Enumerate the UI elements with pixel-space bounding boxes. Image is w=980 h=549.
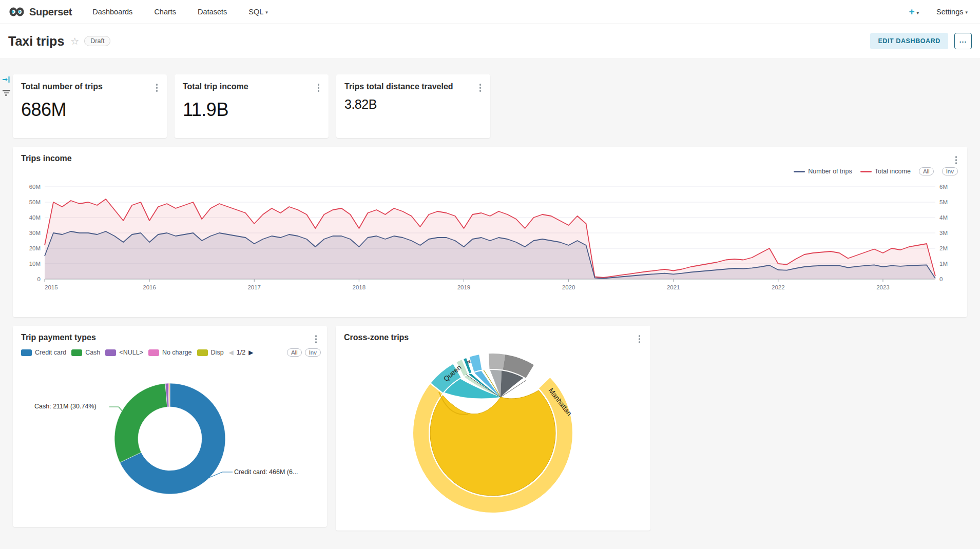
chart-legend: Number of trips Total income All Inv: [794, 167, 958, 175]
legend-swatch: [860, 171, 872, 172]
cross-zone-panel: Cross-zone trips Que: [336, 326, 650, 531]
svg-text:2M: 2M: [939, 245, 948, 251]
legend-item-credit-card[interactable]: Credit card: [21, 349, 66, 356]
kebab-menu-icon[interactable]: [154, 82, 160, 94]
new-item-button[interactable]: +▾: [909, 6, 919, 17]
filter-bar-collapsed: [0, 58, 12, 549]
expand-filter-bar-icon[interactable]: [2, 76, 10, 83]
svg-text:2019: 2019: [457, 284, 471, 290]
legend-item-null[interactable]: <NULL>: [105, 349, 143, 356]
more-options-button[interactable]: ...: [954, 33, 972, 49]
filter-icon[interactable]: [2, 90, 10, 96]
kebab-menu-icon[interactable]: [477, 82, 484, 94]
svg-text:4M: 4M: [939, 214, 948, 221]
status-badge: Draft: [84, 36, 110, 46]
svg-text:2016: 2016: [143, 284, 156, 290]
chevron-down-icon: ▾: [965, 10, 968, 15]
pie-legend: Credit card Cash <NULL> No charge Disp ◀…: [21, 348, 321, 357]
legend-swatch: [148, 349, 159, 356]
edit-dashboard-button[interactable]: EDIT DASHBOARD: [870, 33, 948, 49]
page-title: Taxi trips: [8, 34, 64, 49]
arc-segment-sky[interactable]: [472, 362, 481, 364]
legend-all-button[interactable]: All: [287, 348, 302, 357]
chevron-down-icon: ▾: [917, 10, 919, 15]
dashboard-page: Superset Dashboards Charts Datasets SQL▾…: [0, 0, 980, 549]
trips-income-chart[interactable]: 60M6M50M5M40M4M30M3M20M2M10M1M0020152016…: [21, 182, 959, 307]
kpi-value: 686M: [13, 94, 167, 121]
nav-menu: Dashboards Charts Datasets SQL▾: [92, 8, 268, 16]
svg-text:10M: 10M: [29, 261, 41, 267]
legend-swatch: [197, 349, 208, 356]
arc-segment-gray-light[interactable]: [489, 361, 504, 362]
legend-item-no-charge[interactable]: No charge: [148, 349, 192, 356]
legend-item-cash[interactable]: Cash: [71, 349, 100, 356]
legend-swatch: [105, 349, 116, 356]
trips-income-panel: Trips income Number of trips Total incom…: [13, 147, 967, 317]
svg-text:5M: 5M: [939, 199, 948, 205]
payment-types-panel: Trip payment types Credit card Cash <NUL…: [13, 326, 327, 527]
kpi-title: Trips total distance traveled: [344, 82, 453, 92]
top-navbar: Superset Dashboards Charts Datasets SQL▾…: [0, 0, 980, 24]
kpi-card-total-distance: Trips total distance traveled 3.82B: [336, 74, 490, 138]
svg-text:2015: 2015: [45, 284, 58, 290]
kebab-menu-icon[interactable]: [313, 333, 319, 345]
pager-page-label: 1/2: [237, 349, 245, 356]
nav-item-sql[interactable]: SQL▾: [248, 8, 268, 16]
svg-text:40M: 40M: [29, 214, 41, 221]
kpi-value: 3.82B: [336, 94, 490, 112]
svg-text:3M: 3M: [939, 230, 948, 236]
chart-title: Trips income: [21, 154, 72, 163]
svg-text:6M: 6M: [939, 184, 948, 190]
svg-text:2023: 2023: [876, 284, 890, 290]
svg-text:1M: 1M: [939, 261, 948, 267]
svg-text:20M: 20M: [29, 245, 41, 251]
pager-next-icon[interactable]: ▶: [248, 349, 253, 356]
kebab-menu-icon[interactable]: [316, 82, 322, 94]
svg-text:2022: 2022: [772, 284, 785, 290]
legend-item-number-of-trips[interactable]: Number of trips: [794, 168, 852, 175]
svg-text:30M: 30M: [29, 230, 41, 236]
pager-prev-icon[interactable]: ◀: [229, 349, 234, 356]
svg-text:0: 0: [37, 276, 41, 282]
svg-text:50M: 50M: [29, 199, 41, 205]
superset-logo[interactable]: Superset: [8, 6, 72, 18]
kebab-menu-icon[interactable]: [953, 154, 959, 166]
legend-swatch: [21, 349, 32, 356]
kpi-title: Total number of trips: [21, 82, 103, 92]
arc-segment-dark-teal[interactable]: [467, 365, 469, 366]
kpi-value: 11.9B: [175, 94, 329, 121]
settings-menu[interactable]: Settings▾: [936, 8, 968, 16]
chart-title: Trip payment types: [21, 333, 96, 342]
legend-swatch: [71, 349, 82, 356]
donut-label-credit-card: Credit card: 466M (6...: [234, 468, 298, 476]
nav-item-charts[interactable]: Charts: [154, 8, 176, 16]
svg-text:0: 0: [939, 276, 943, 282]
dashboard-header: Taxi trips ☆ Draft EDIT DASHBOARD ...: [0, 24, 980, 58]
svg-text:2021: 2021: [667, 284, 680, 290]
nav-item-dashboards[interactable]: Dashboards: [92, 8, 132, 16]
svg-text:2020: 2020: [562, 284, 575, 290]
legend-inv-button[interactable]: Inv: [305, 348, 321, 357]
legend-swatch: [794, 171, 805, 172]
nav-item-datasets[interactable]: Datasets: [198, 8, 227, 16]
svg-text:60M: 60M: [29, 184, 41, 190]
kpi-card-total-trips: Total number of trips 686M: [13, 74, 167, 138]
arc-segment-gray-dark[interactable]: [504, 362, 530, 371]
kpi-title: Total trip income: [183, 82, 248, 92]
brand-name: Superset: [29, 6, 72, 18]
chevron-down-icon: ▾: [265, 10, 268, 15]
kpi-card-trip-income: Total trip income 11.9B: [175, 74, 329, 138]
donut-label-cash: Cash: 211M (30.74%): [34, 403, 97, 410]
legend-inv-button[interactable]: Inv: [942, 167, 958, 175]
legend-all-button[interactable]: All: [919, 167, 934, 175]
superset-infinity-icon: [8, 6, 25, 17]
cross-zone-chord-diagram[interactable]: Queen le Manhattan: [339, 333, 647, 533]
svg-text:2017: 2017: [247, 284, 261, 290]
legend-item-disputed[interactable]: Disp: [197, 349, 224, 356]
payment-types-donut[interactable]: [21, 360, 319, 524]
legend-pager: ◀ 1/2 ▶: [229, 349, 254, 356]
favorite-star-icon[interactable]: ☆: [70, 35, 79, 47]
legend-item-total-income[interactable]: Total income: [860, 168, 911, 175]
svg-text:2018: 2018: [353, 284, 366, 290]
